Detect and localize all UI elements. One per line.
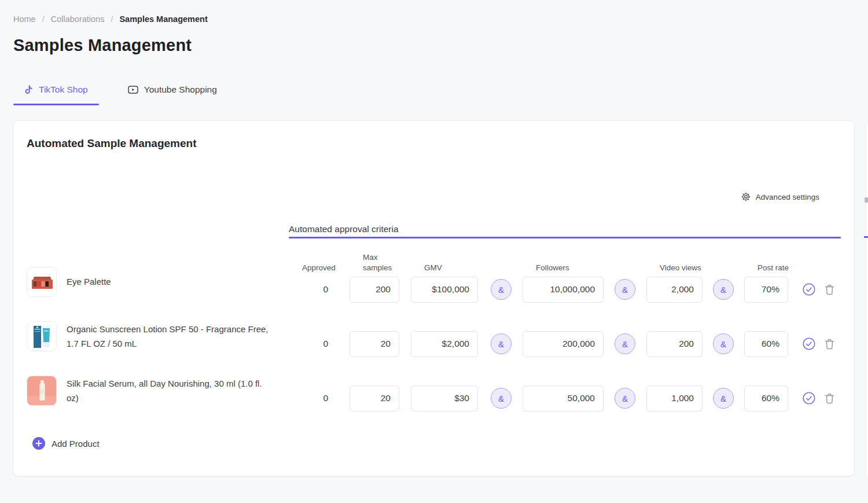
table-row: Silk Facial Serum, all Day Nourishing, 3… [27,371,834,425]
tiktok-icon [24,85,33,95]
breadcrumb-current: Samples Management [119,14,207,24]
criteria-section-title: Automated approval criteria [289,224,399,234]
and-operator-badge: & [615,333,635,354]
and-operator-badge: & [713,333,734,354]
tab-youtube-label: Youtube Shopping [144,85,217,95]
criteria-underline [289,237,841,238]
product-name: Organic Sunscreen Lotion SPF 50 - Fragra… [67,322,270,351]
adjacent-panel-sliver [866,124,868,476]
and-operator-badge: & [713,388,734,409]
active-tab-underline [13,104,99,105]
breadcrumb-home[interactable]: Home [13,14,36,24]
max-samples-input[interactable] [350,277,399,303]
adjacent-panel-gear-fragment [865,197,868,203]
table-row: Organic Sunscreen Lotion SPF 50 - Fragra… [27,317,834,371]
youtube-icon [128,86,138,94]
post-rate-input[interactable] [744,331,788,357]
product-cell: Organic Sunscreen Lotion SPF 50 - Fragra… [27,321,289,351]
gear-icon [741,192,751,201]
automated-sample-management-panel: Automated Sample Management Advanced set… [13,120,855,476]
and-operator-badge: & [615,279,635,300]
and-operator-badge: & [491,388,512,409]
max-samples-input[interactable] [350,331,399,357]
page-title: Samples Management [13,36,192,55]
tab-tiktok-shop[interactable]: TikTok Shop [13,81,99,105]
and-operator-badge: & [615,388,635,409]
breadcrumb: Home / Collaborations / Samples Manageme… [13,14,208,24]
and-operator-badge: & [713,279,734,300]
breadcrumb-separator: / [111,14,113,24]
gmv-input[interactable] [411,277,478,303]
approved-count: 0 [289,284,329,295]
sunscreen-product-image [27,321,57,351]
breadcrumb-separator: / [42,14,45,24]
breadcrumb-collaborations[interactable]: Collaborations [51,14,105,24]
adjacent-panel-underline-fragment [864,236,868,238]
post-rate-input[interactable] [744,277,788,303]
add-product-label: Add Product [52,439,100,449]
followers-input[interactable] [523,277,604,303]
post-rate-input[interactable] [744,385,788,412]
approved-count: 0 [289,339,329,349]
confirm-check-icon[interactable] [803,392,815,405]
video-views-input[interactable] [646,277,703,303]
and-operator-badge: & [491,279,512,300]
followers-input[interactable] [523,385,604,412]
advanced-settings-label: Advanced settings [756,193,819,201]
gmv-input[interactable] [411,385,478,412]
advanced-settings-button[interactable]: Advanced settings [741,192,819,201]
table-row: Eye Palette 0 & & & [27,262,834,317]
and-operator-badge: & [491,333,512,354]
confirm-check-icon[interactable] [803,337,815,350]
tab-youtube-shopping[interactable]: Youtube Shopping [122,81,223,105]
video-views-input[interactable] [646,331,703,357]
delete-trash-icon[interactable] [825,339,834,350]
eye-palette-product-image [27,267,57,297]
gmv-input[interactable] [411,331,478,357]
product-name: Eye Palette [67,274,111,289]
plus-icon [32,437,45,450]
approved-count: 0 [289,393,329,403]
tab-tiktok-label: TikTok Shop [39,85,88,95]
serum-product-image [27,376,57,406]
confirm-check-icon[interactable] [803,283,815,296]
tab-bar: TikTok Shop Youtube Shopping [13,81,223,105]
delete-trash-icon[interactable] [825,284,834,295]
panel-title: Automated Sample Management [27,137,197,150]
product-rows: Eye Palette 0 & & & [27,262,834,425]
add-product-button[interactable]: Add Product [32,437,100,450]
delete-trash-icon[interactable] [825,393,834,404]
product-cell: Eye Palette [27,267,289,297]
product-name: Silk Facial Serum, all Day Nourishing, 3… [67,376,270,406]
max-samples-input[interactable] [350,385,399,412]
video-views-input[interactable] [646,385,703,412]
product-cell: Silk Facial Serum, all Day Nourishing, 3… [27,376,289,406]
followers-input[interactable] [523,331,604,357]
